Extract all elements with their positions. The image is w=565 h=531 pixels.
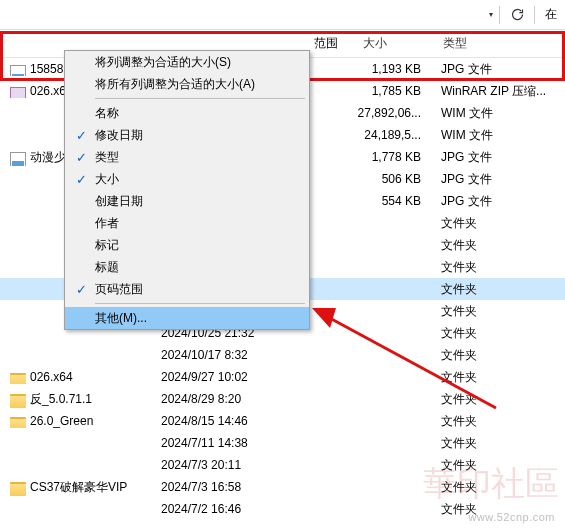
- menu-col-author[interactable]: 作者: [65, 212, 309, 234]
- file-type-cell: JPG 文件: [435, 171, 565, 188]
- menu-col-title[interactable]: 标题: [65, 256, 309, 278]
- file-date-cell: 2024/8/29 8:20: [155, 392, 310, 406]
- file-type-cell: WinRAR ZIP 压缩...: [435, 83, 565, 100]
- file-size-cell: 24,189,5...: [310, 128, 435, 142]
- menu-col-page-range[interactable]: ✓页码范围: [65, 278, 309, 300]
- file-type-cell: 文件夹: [435, 237, 565, 254]
- file-type-cell: 文件夹: [435, 347, 565, 364]
- file-type-cell: 文件夹: [435, 501, 565, 518]
- file-type-cell: 文件夹: [435, 281, 565, 298]
- check-icon: ✓: [73, 149, 89, 165]
- folder-icon: [10, 482, 26, 496]
- column-header-type[interactable]: 类型: [435, 30, 565, 57]
- file-date-cell: 2024/9/27 10:02: [155, 370, 310, 384]
- file-name-cell: CS37破解豪华VIP: [0, 479, 155, 496]
- file-size-cell: 1,785 KB: [310, 84, 435, 98]
- menu-col-size[interactable]: ✓大小: [65, 168, 309, 190]
- file-date-cell: 2024/7/3 16:58: [155, 480, 310, 494]
- menu-col-date-created[interactable]: 创建日期: [65, 190, 309, 212]
- folder-icon: [10, 417, 26, 428]
- file-date-cell: 2024/10/17 8:32: [155, 348, 310, 362]
- file-row[interactable]: 2024/10/17 8:32文件夹: [0, 344, 565, 366]
- file-type-cell: 文件夹: [435, 457, 565, 474]
- column-header-page-range[interactable]: 范围: [310, 30, 355, 57]
- file-row[interactable]: 2024/7/2 16:46文件夹: [0, 498, 565, 520]
- file-type-cell: 文件夹: [435, 259, 565, 276]
- file-type-cell: 文件夹: [435, 325, 565, 342]
- folder-icon: [10, 373, 26, 384]
- refresh-icon: [510, 7, 525, 22]
- file-row[interactable]: 2024/7/3 20:11文件夹: [0, 454, 565, 476]
- file-size-cell: 1,778 KB: [310, 150, 435, 164]
- menu-fit-column[interactable]: 将列调整为合适的大小(S): [65, 51, 309, 73]
- menu-separator: [95, 98, 305, 99]
- file-name-text: 026.x64: [30, 370, 73, 384]
- file-type-cell: 文件夹: [435, 215, 565, 232]
- file-size-cell: 1,193 KB: [310, 62, 435, 76]
- jpg-icon: [10, 152, 26, 166]
- file-type-cell: 文件夹: [435, 369, 565, 386]
- file-row[interactable]: 26.0_Green2024/8/15 14:46文件夹: [0, 410, 565, 432]
- file-type-cell: JPG 文件: [435, 149, 565, 166]
- file-name-text: 26.0_Green: [30, 414, 93, 428]
- file-type-cell: JPG 文件: [435, 193, 565, 210]
- check-icon: ✓: [73, 171, 89, 187]
- menu-more-columns[interactable]: 其他(M)...: [65, 307, 309, 329]
- file-type-cell: 文件夹: [435, 391, 565, 408]
- menu-separator: [95, 303, 305, 304]
- file-type-cell: 文件夹: [435, 413, 565, 430]
- column-header-size[interactable]: 大小: [355, 30, 435, 57]
- file-date-cell: 2024/7/2 16:46: [155, 502, 310, 516]
- menu-col-name[interactable]: 名称: [65, 102, 309, 124]
- jpg-icon: [10, 65, 26, 76]
- file-name-text: 反_5.0.71.1: [30, 391, 92, 408]
- file-row[interactable]: CS37破解豪华VIP2024/7/3 16:58文件夹: [0, 476, 565, 498]
- file-name-cell: 反_5.0.71.1: [0, 391, 155, 408]
- menu-col-tag[interactable]: 标记: [65, 234, 309, 256]
- folder-icon: [10, 394, 26, 408]
- check-icon: ✓: [73, 127, 89, 143]
- file-type-cell: JPG 文件: [435, 61, 565, 78]
- file-size-cell: 506 KB: [310, 172, 435, 186]
- column-context-menu: 将列调整为合适的大小(S) 将所有列调整为合适的大小(A) 名称 ✓修改日期 ✓…: [64, 50, 310, 330]
- file-size-cell: 554 KB: [310, 194, 435, 208]
- file-row[interactable]: 026.x642024/9/27 10:02文件夹: [0, 366, 565, 388]
- file-date-cell: 2024/7/3 20:11: [155, 458, 310, 472]
- file-type-cell: 文件夹: [435, 303, 565, 320]
- dropdown-icon[interactable]: ▾: [489, 10, 493, 19]
- file-type-cell: 文件夹: [435, 479, 565, 496]
- divider: [534, 6, 535, 24]
- file-date-cell: 2024/8/15 14:46: [155, 414, 310, 428]
- menu-fit-all-columns[interactable]: 将所有列调整为合适的大小(A): [65, 73, 309, 95]
- menu-col-date-modified[interactable]: ✓修改日期: [65, 124, 309, 146]
- file-row[interactable]: 2024/7/11 14:38文件夹: [0, 432, 565, 454]
- file-name-cell: 026.x64: [0, 370, 155, 384]
- zip-icon: [10, 87, 26, 98]
- divider: [499, 6, 500, 24]
- refresh-button[interactable]: [506, 4, 528, 26]
- file-date-cell: 2024/7/11 14:38: [155, 436, 310, 450]
- file-name-cell: 26.0_Green: [0, 414, 155, 428]
- menu-col-type[interactable]: ✓类型: [65, 146, 309, 168]
- file-type-cell: WIM 文件: [435, 127, 565, 144]
- file-type-cell: 文件夹: [435, 435, 565, 452]
- file-row[interactable]: 反_5.0.71.12024/8/29 8:20文件夹: [0, 388, 565, 410]
- file-name-text: CS37破解豪华VIP: [30, 479, 127, 496]
- toolbar: ▾ 在: [0, 0, 565, 30]
- search-label: 在: [545, 6, 557, 23]
- file-size-cell: 27,892,06...: [310, 106, 435, 120]
- check-icon: ✓: [73, 281, 89, 297]
- file-type-cell: WIM 文件: [435, 105, 565, 122]
